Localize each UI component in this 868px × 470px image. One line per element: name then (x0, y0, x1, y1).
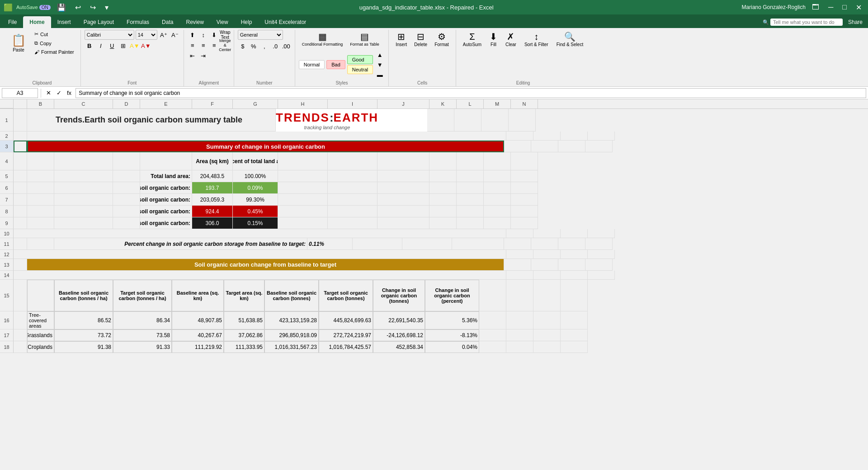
row-header-3[interactable]: 3 (0, 141, 14, 152)
cell-n14[interactable] (588, 271, 615, 280)
row-header-14[interactable]: 14 (0, 271, 14, 280)
cell-h8[interactable] (278, 206, 328, 217)
row-header-8[interactable]: 8 (0, 206, 14, 217)
cell-g8[interactable]: 0.45% (233, 206, 278, 217)
col-header-m[interactable]: M (484, 99, 511, 108)
copy-button[interactable]: ⧉ Copy (32, 39, 77, 47)
col-header-a[interactable] (14, 99, 27, 108)
percent-button[interactable]: % (249, 41, 259, 51)
row-header-10[interactable]: 10 (0, 229, 14, 238)
cell-m5[interactable] (484, 170, 511, 182)
cell-b4[interactable] (27, 152, 54, 170)
col-header-j[interactable]: J (377, 99, 429, 108)
row-header-18[interactable]: 18 (0, 341, 14, 353)
undo-button[interactable]: ↩ (72, 2, 84, 13)
cell-n17[interactable] (561, 329, 588, 341)
styles-more-button[interactable]: ▬ (375, 70, 385, 80)
cell-a18[interactable] (14, 341, 27, 353)
cell-b11[interactable] (27, 238, 54, 250)
cell-c16[interactable]: 86.52 (54, 311, 113, 329)
cell-a5[interactable] (14, 170, 27, 182)
cell-f6[interactable]: 193.7 (192, 182, 233, 194)
cell-e15[interactable]: Baseline area (sq. km) (172, 280, 224, 311)
italic-button[interactable]: I (96, 41, 106, 51)
cell-e7[interactable]: Land area with stable soil organic carbo… (140, 194, 192, 206)
row-header-6[interactable]: 6 (0, 182, 14, 194)
cell-k15[interactable] (479, 280, 506, 311)
font-color-button[interactable]: A▼ (141, 41, 151, 51)
align-middle-button[interactable]: ↕ (198, 30, 208, 40)
cell-k16[interactable] (479, 311, 506, 329)
cell-d17[interactable]: 73.58 (113, 329, 172, 341)
cell-m14[interactable] (561, 271, 588, 280)
cell-m1[interactable] (481, 109, 509, 132)
col-header-i[interactable]: I (328, 99, 377, 108)
row-header-15[interactable]: 15 (0, 280, 14, 311)
maximize-button[interactable]: □ (840, 2, 849, 12)
more-commands-button[interactable]: ▾ (102, 2, 111, 13)
cell-i15[interactable]: Change in soil organic carbon (tonnes) (373, 280, 425, 311)
cell-l9[interactable] (457, 217, 484, 229)
row-header-11[interactable]: 11 (0, 238, 14, 250)
cell-j6[interactable] (377, 182, 429, 194)
cell-f9[interactable]: 306.0 (192, 217, 233, 229)
increase-decimal-button[interactable]: .0 (270, 41, 280, 51)
autosum-button[interactable]: Σ AutoSum (460, 30, 485, 48)
row-header-4[interactable]: 4 (0, 152, 14, 170)
cell-l2[interactable] (533, 132, 561, 141)
increase-font-button[interactable]: A⁺ (159, 30, 169, 40)
cell-j17[interactable]: -8.13% (425, 329, 479, 341)
good-style[interactable]: Good (347, 55, 373, 64)
cell-a14[interactable] (14, 271, 506, 280)
align-center-button[interactable]: ≡ (198, 40, 208, 50)
cell-n8[interactable] (511, 206, 538, 217)
cell-n2[interactable] (588, 132, 615, 141)
cell-n12[interactable] (588, 250, 615, 259)
conditional-formatting-button[interactable]: ▦ Conditional Formatting (299, 30, 346, 48)
cell-c5[interactable] (54, 170, 113, 182)
cell-b8[interactable] (27, 206, 54, 217)
cell-k10[interactable] (506, 229, 533, 238)
cell-m8[interactable] (484, 206, 511, 217)
cell-i18[interactable]: 452,858.34 (373, 341, 425, 353)
cell-k17[interactable] (479, 329, 506, 341)
cell-n16[interactable] (561, 311, 588, 329)
cell-f18[interactable]: 111,333.95 (224, 341, 264, 353)
cell-n9[interactable] (511, 217, 538, 229)
cell-a6[interactable] (14, 182, 27, 194)
cell-h5[interactable] (278, 170, 328, 182)
cell-i6[interactable] (328, 182, 377, 194)
cell-m13[interactable] (558, 259, 585, 271)
cell-k11[interactable] (504, 238, 531, 250)
close-button[interactable]: ✕ (853, 2, 864, 13)
cell-l10[interactable] (533, 229, 561, 238)
fill-color-button[interactable]: A▼ (130, 41, 140, 51)
decrease-decimal-button[interactable]: .00 (281, 41, 291, 51)
insert-cells-button[interactable]: ⊞ Insert (392, 30, 410, 48)
cell-f15[interactable]: Target area (sq. km) (224, 280, 264, 311)
cell-g6[interactable]: 0.09% (233, 182, 278, 194)
cell-e16[interactable]: 48,907.85 (172, 311, 224, 329)
cell-n6[interactable] (511, 182, 538, 194)
cell-i8[interactable] (328, 206, 377, 217)
cell-a10[interactable] (14, 229, 506, 238)
cell-header-baseline[interactable]: Soil organic carbon change from baseline… (27, 259, 504, 271)
cell-n7[interactable] (511, 194, 538, 206)
cell-j7[interactable] (377, 194, 429, 206)
cell-i17[interactable]: -24,126,698.12 (373, 329, 425, 341)
cell-j11[interactable] (452, 238, 504, 250)
cell-m9[interactable] (484, 217, 511, 229)
cell-l8[interactable] (457, 206, 484, 217)
cell-m12[interactable] (561, 250, 588, 259)
cell-c4[interactable] (54, 152, 113, 170)
cell-a16[interactable] (14, 311, 27, 329)
cell-l18[interactable] (506, 341, 533, 353)
cell-e4[interactable] (140, 152, 192, 170)
align-left-button[interactable]: ≡ (188, 40, 198, 50)
tab-formulas[interactable]: Formulas (120, 16, 156, 28)
cell-ref-input[interactable] (2, 88, 38, 98)
cell-l12[interactable] (533, 250, 561, 259)
cell-j5[interactable] (377, 170, 429, 182)
cell-m15[interactable] (533, 280, 561, 311)
cell-k18[interactable] (479, 341, 506, 353)
